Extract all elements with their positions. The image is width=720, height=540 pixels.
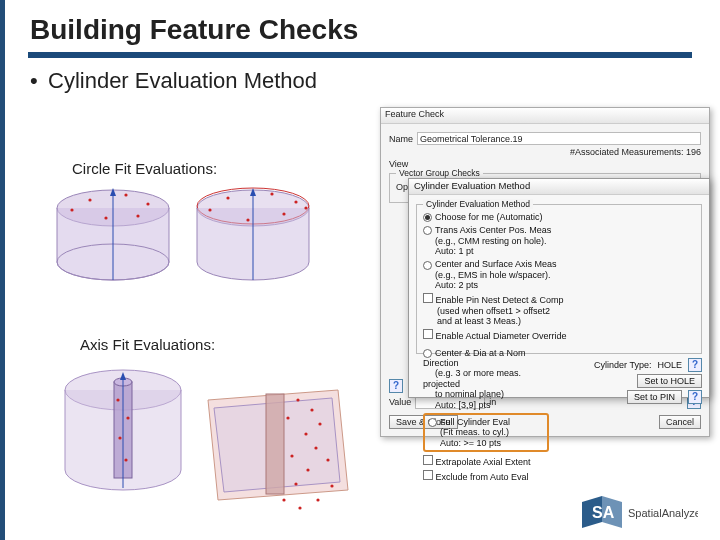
axis-fit-figure-left <box>58 360 188 510</box>
name-field[interactable]: Geometrical Tolerance.19 <box>417 132 701 145</box>
check-exclude[interactable] <box>423 470 433 480</box>
opt-trans-axis-2: (e.g., CMM resting on hole). <box>435 236 547 246</box>
highlighted-full-cylinder: Full Cylinder Eval (Fit meas. to cyl.) A… <box>423 413 549 452</box>
opt-auto: Choose for me (Automatic) <box>435 212 543 222</box>
svg-point-34 <box>304 432 307 435</box>
cancel-button[interactable]: Cancel <box>659 415 701 429</box>
svg-point-26 <box>116 398 119 401</box>
svg-point-17 <box>208 208 211 211</box>
svg-point-31 <box>296 398 299 401</box>
opt-center-surface: Center and Surface Axis Meas <box>435 259 557 269</box>
axis-fit-figure-right <box>188 360 358 520</box>
svg-point-15 <box>270 192 273 195</box>
help-icon-3[interactable]: ? <box>688 358 702 372</box>
svg-point-33 <box>318 422 321 425</box>
opt-trans-axis-3: Auto: 1 pt <box>435 246 474 256</box>
svg-text:SpatialAnalyzer: SpatialAnalyzer <box>628 507 698 519</box>
opt-dia-override: Enable Actual Diameter Override <box>436 331 567 341</box>
svg-point-18 <box>246 218 249 221</box>
svg-point-41 <box>316 498 319 501</box>
name-label: Name <box>389 134 413 144</box>
opt-trans-axis: Trans Axis Center Pos. Meas <box>435 225 551 235</box>
section-axis-fit: Axis Fit Evaluations: <box>80 336 215 353</box>
svg-point-20 <box>304 206 307 209</box>
svg-point-7 <box>70 208 73 211</box>
svg-point-4 <box>88 198 91 201</box>
slide-bullet: Cylinder Evaluation Method <box>0 68 720 94</box>
title-rule <box>28 52 692 58</box>
radio-trans-axis[interactable] <box>423 226 432 235</box>
help-icon[interactable]: ? <box>389 379 403 393</box>
svg-point-28 <box>118 436 121 439</box>
opt-pin-nest: Enable Pin Nest Detect & Comp <box>436 295 564 305</box>
assoc-meas-label: #Associated Measurements: 196 <box>570 147 701 157</box>
cyl-type-value: HOLE <box>657 360 682 370</box>
radio-auto[interactable] <box>423 213 432 222</box>
svg-point-8 <box>104 216 107 219</box>
set-hole-button[interactable]: Set to HOLE <box>637 374 702 388</box>
check-extrapolate[interactable] <box>423 455 433 465</box>
set-pin-button[interactable]: Set to PIN <box>627 390 682 404</box>
svg-point-19 <box>282 212 285 215</box>
radio-center-surface[interactable] <box>423 261 432 270</box>
svg-point-27 <box>126 416 129 419</box>
svg-point-37 <box>306 468 309 471</box>
opt-center-dia-2: (e.g. 3 or more meas. projected <box>423 368 521 388</box>
svg-point-42 <box>330 484 333 487</box>
cylinder-figure-right <box>188 180 318 300</box>
svg-point-43 <box>286 416 289 419</box>
value-label: Value <box>389 397 411 407</box>
check-pin-nest[interactable] <box>423 293 433 303</box>
circle-fit-figures <box>48 180 408 330</box>
cyl-type-label: Cylinder Type: <box>594 360 651 370</box>
opt-extrapolate: Extrapolate Axial Extent <box>436 457 531 467</box>
opt-full-cyl-2: (Fit meas. to cyl.) <box>440 427 509 437</box>
axis-fit-figures <box>48 360 408 520</box>
opt-center-surface-2: (e.g., EMS in hole w/spacer). <box>435 270 551 280</box>
svg-point-36 <box>326 458 329 461</box>
vector-group-label: Vector Group Checks <box>396 168 483 178</box>
feature-check-titlebar: Feature Check <box>381 108 709 124</box>
opt-exclude: Exclude from Auto Eval <box>436 472 529 482</box>
svg-point-44 <box>290 454 293 457</box>
opt-center-dia: Center & Dia at a Nom Direction <box>423 348 526 368</box>
svg-point-6 <box>146 202 149 205</box>
svg-point-14 <box>226 196 229 199</box>
cylinder-eval-titlebar: Cylinder Evaluation Method <box>409 179 709 195</box>
radio-full-cyl[interactable] <box>428 418 437 427</box>
radio-center-dia[interactable] <box>423 349 432 358</box>
svg-point-5 <box>124 193 127 196</box>
svg-text:SA: SA <box>592 504 615 521</box>
section-circle-fit: Circle Fit Evaluations: <box>72 160 217 177</box>
cylinder-figure-left <box>48 180 178 300</box>
opt-center-dia-4: Auto: [3,9] pts <box>435 400 491 410</box>
cylinder-eval-group-label: Cylinder Evaluation Method <box>423 199 533 209</box>
opt-full-cyl-3: Auto: >= 10 pts <box>440 438 501 448</box>
opt-center-surface-3: Auto: 2 pts <box>435 280 478 290</box>
cylinder-eval-dialog: Cylinder Evaluation Method Cylinder Eval… <box>408 178 710 398</box>
svg-point-9 <box>136 214 139 217</box>
opt-pin-nest-2: (used when offset1 > offset2 <box>437 306 550 316</box>
sa-logo: SA SpatialAnalyzer <box>578 494 698 530</box>
svg-rect-30 <box>266 394 284 494</box>
svg-point-38 <box>294 482 297 485</box>
svg-point-16 <box>294 200 297 203</box>
check-dia-override[interactable] <box>423 329 433 339</box>
opt-pin-nest-3: and at least 3 Meas.) <box>437 316 521 326</box>
svg-point-40 <box>298 506 301 509</box>
opt-full-cyl: Full Cylinder Eval <box>440 417 510 427</box>
help-icon-4[interactable]: ? <box>688 390 702 404</box>
svg-point-35 <box>314 446 317 449</box>
svg-point-29 <box>124 458 127 461</box>
svg-point-39 <box>282 498 285 501</box>
opt-center-dia-3: to nominal plane) <box>435 389 504 399</box>
svg-point-32 <box>310 408 313 411</box>
slide-title: Building Feature Checks <box>0 0 720 52</box>
